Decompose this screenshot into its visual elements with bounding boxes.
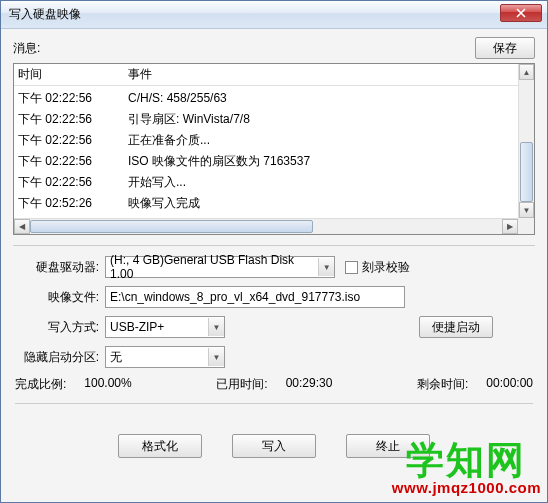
scroll-track-v[interactable] [519, 80, 534, 202]
log-col-time[interactable]: 时间 [18, 66, 128, 83]
write-method-label: 写入方式: [15, 319, 105, 336]
scroll-track-h[interactable] [30, 219, 502, 234]
log-event: C/H/S: 458/255/63 [128, 90, 530, 107]
elapsed-value: 00:29:30 [286, 376, 333, 393]
main-window: 写入硬盘映像 消息: 保存 时间 事件 下午 02:22:56C/H/S: 45… [0, 0, 548, 503]
quick-boot-button[interactable]: 便捷启动 [419, 316, 493, 338]
log-time: 下午 02:22:56 [18, 111, 128, 128]
log-row[interactable]: 下午 02:22:56正在准备介质... [14, 130, 534, 151]
verify-label: 刻录校验 [362, 259, 410, 276]
close-icon [516, 8, 526, 18]
log-event: 开始写入... [128, 174, 530, 191]
hidden-partition-label: 隐藏启动分区: [15, 349, 105, 366]
scroll-thumb-h[interactable] [30, 220, 313, 233]
disk-drive-combo[interactable]: (H:, 4 GB)General USB Flash Disk 1.00 ▼ [105, 256, 335, 278]
scroll-left-button[interactable]: ◀ [14, 219, 30, 234]
scroll-right-button[interactable]: ▶ [502, 219, 518, 234]
chevron-down-icon: ▼ [208, 348, 224, 366]
log-event: ISO 映像文件的扇区数为 7163537 [128, 153, 530, 170]
done-ratio-label: 完成比例: [15, 376, 66, 393]
elapsed-label: 已用时间: [216, 376, 267, 393]
disk-drive-value: (H:, 4 GB)General USB Flash Disk 1.00 [110, 253, 318, 281]
log-time: 下午 02:22:56 [18, 132, 128, 149]
format-button[interactable]: 格式化 [118, 434, 202, 458]
log-listview[interactable]: 时间 事件 下午 02:22:56C/H/S: 458/255/63下午 02:… [13, 63, 535, 235]
log-time: 下午 02:22:56 [18, 174, 128, 191]
scrollbar-horizontal[interactable]: ◀ ▶ [14, 218, 518, 234]
watermark-url: www.jmqz1000.com [392, 479, 541, 496]
log-row[interactable]: 下午 02:52:26映像写入完成 [14, 193, 534, 214]
disk-drive-label: 硬盘驱动器: [15, 259, 105, 276]
write-method-combo[interactable]: USB-ZIP+ ▼ [105, 316, 225, 338]
divider [13, 245, 535, 246]
write-button[interactable]: 写入 [232, 434, 316, 458]
log-row[interactable]: 下午 02:22:56C/H/S: 458/255/63 [14, 88, 534, 109]
titlebar[interactable]: 写入硬盘映像 [1, 1, 547, 29]
remain-value: 00:00:00 [486, 376, 533, 393]
log-row[interactable]: 下午 02:22:56引导扇区: WinVista/7/8 [14, 109, 534, 130]
chevron-down-icon: ▼ [208, 318, 224, 336]
abort-button[interactable]: 终止 [346, 434, 430, 458]
scrollbar-vertical[interactable]: ▲ ▼ [518, 64, 534, 218]
scroll-thumb-v[interactable] [520, 142, 533, 202]
chevron-down-icon: ▼ [318, 258, 334, 276]
window-title: 写入硬盘映像 [9, 6, 81, 23]
log-event: 正在准备介质... [128, 132, 530, 149]
message-label: 消息: [13, 40, 40, 57]
hidden-partition-combo[interactable]: 无 ▼ [105, 346, 225, 368]
save-button[interactable]: 保存 [475, 37, 535, 59]
write-method-value: USB-ZIP+ [110, 320, 164, 334]
log-row[interactable]: 下午 02:22:56ISO 映像文件的扇区数为 7163537 [14, 151, 534, 172]
log-row[interactable]: 下午 02:22:56开始写入... [14, 172, 534, 193]
image-file-label: 映像文件: [15, 289, 105, 306]
log-time: 下午 02:22:56 [18, 153, 128, 170]
remain-label: 剩余时间: [417, 376, 468, 393]
verify-checkbox[interactable]: 刻录校验 [345, 259, 410, 276]
log-event: 映像写入完成 [128, 195, 530, 212]
log-col-event[interactable]: 事件 [128, 66, 530, 83]
content-area: 消息: 保存 时间 事件 下午 02:22:56C/H/S: 458/255/6… [1, 29, 547, 502]
scroll-corner [518, 218, 534, 234]
divider [15, 403, 533, 404]
close-button[interactable] [500, 4, 542, 22]
hidden-partition-value: 无 [110, 349, 122, 366]
scroll-down-button[interactable]: ▼ [519, 202, 534, 218]
log-time: 下午 02:52:26 [18, 195, 128, 212]
checkbox-box-icon [345, 261, 358, 274]
image-file-input[interactable] [105, 286, 405, 308]
scroll-up-button[interactable]: ▲ [519, 64, 534, 80]
log-event: 引导扇区: WinVista/7/8 [128, 111, 530, 128]
log-time: 下午 02:22:56 [18, 90, 128, 107]
done-ratio-value: 100.00% [84, 376, 131, 393]
